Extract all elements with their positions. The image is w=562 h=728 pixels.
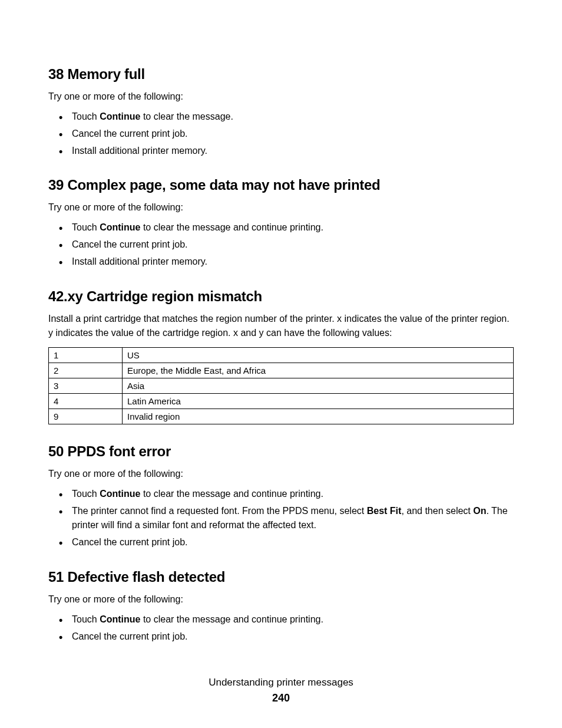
heading-39: 39 Complex page, some data may not have … — [48, 177, 514, 193]
footer-title: Understanding printer messages — [0, 677, 562, 689]
heading-50: 50 PPDS font error — [48, 443, 514, 460]
footer-page-number: 240 — [0, 692, 562, 704]
cell-region: Asia — [123, 378, 514, 393]
table-row: 1US — [49, 347, 514, 363]
list-39: Touch Continue to clear the message and … — [48, 220, 514, 269]
heading-38: 38 Memory full — [48, 66, 514, 83]
list-item: The printer cannot find a requested font… — [65, 504, 514, 533]
list-38: Touch Continue to clear the message. Can… — [48, 110, 514, 158]
cell-code: 1 — [49, 347, 123, 363]
cell-region: Europe, the Middle East, and Africa — [123, 363, 514, 378]
list-item: Cancel the current print job. — [65, 630, 514, 644]
cell-region: US — [123, 347, 514, 363]
table-row: 4Latin America — [49, 393, 514, 409]
list-51: Touch Continue to clear the message and … — [48, 612, 514, 644]
intro-51: Try one or more of the following: — [48, 592, 514, 607]
list-item: Cancel the current print job. — [65, 127, 514, 141]
list-item: Cancel the current print job. — [65, 535, 514, 550]
list-50: Touch Continue to clear the message and … — [48, 487, 514, 550]
table-row: 2Europe, the Middle East, and Africa — [49, 363, 514, 378]
body-42: Install a print cartridge that matches t… — [48, 312, 514, 340]
list-item: Install additional printer memory. — [65, 255, 514, 269]
cell-code: 9 — [49, 409, 123, 424]
cell-region: Latin America — [123, 393, 514, 409]
page-footer: Understanding printer messages 240 — [0, 677, 562, 704]
list-item: Touch Continue to clear the message and … — [65, 220, 514, 235]
table-row: 3Asia — [49, 378, 514, 393]
intro-38: Try one or more of the following: — [48, 90, 514, 104]
cell-code: 3 — [49, 378, 123, 393]
list-item: Install additional printer memory. — [65, 144, 514, 159]
cell-region: Invalid region — [123, 409, 514, 424]
table-row: 9Invalid region — [49, 409, 514, 424]
cell-code: 2 — [49, 363, 123, 378]
list-item: Cancel the current print job. — [65, 238, 514, 252]
heading-42: 42.xy Cartridge region mismatch — [48, 288, 514, 305]
region-table: 1US 2Europe, the Middle East, and Africa… — [48, 347, 514, 424]
list-item: Touch Continue to clear the message and … — [65, 612, 514, 627]
intro-50: Try one or more of the following: — [48, 467, 514, 481]
cell-code: 4 — [49, 393, 123, 409]
heading-51: 51 Defective flash detected — [48, 569, 514, 585]
intro-39: Try one or more of the following: — [48, 200, 514, 215]
list-item: Touch Continue to clear the message. — [65, 110, 514, 124]
list-item: Touch Continue to clear the message and … — [65, 487, 514, 502]
